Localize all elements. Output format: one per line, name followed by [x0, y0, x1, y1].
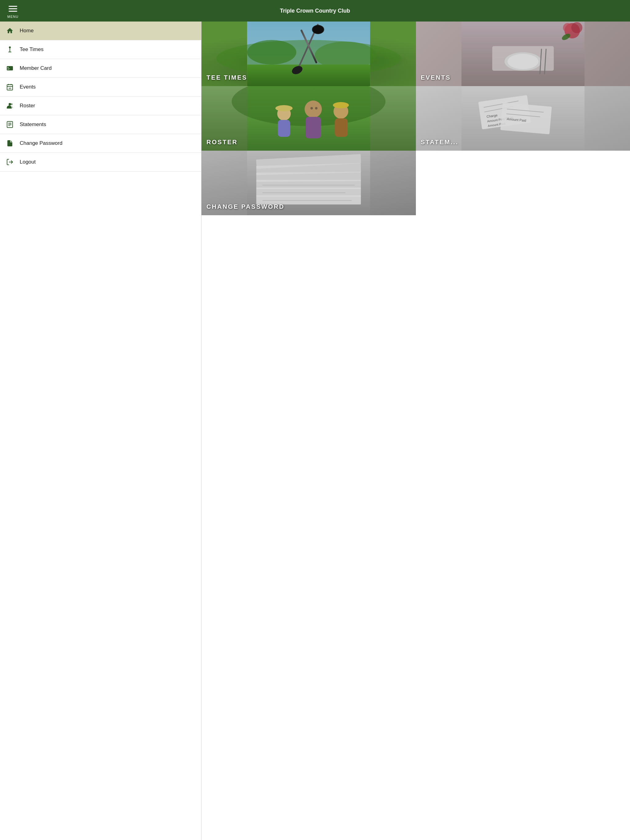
tile-tee-times[interactable]: TEE TIMES [201, 22, 416, 86]
tile-tee-times-label: TEE TIMES [206, 74, 247, 81]
tile-statements-label: STATEM... [421, 139, 459, 146]
home-icon [6, 27, 15, 35]
sidebar-label-statements: Statements [20, 122, 46, 128]
events-icon: 30 [6, 83, 15, 91]
roster-icon [6, 102, 15, 109]
svg-point-49 [311, 107, 313, 109]
svg-rect-4 [7, 67, 9, 68]
sidebar-label-tee-times: Tee Times [20, 46, 43, 52]
menu-label: MENU [7, 15, 19, 19]
change-password-icon [6, 140, 15, 147]
svg-rect-1 [9, 48, 10, 52]
svg-point-22 [247, 40, 296, 65]
svg-point-30 [508, 54, 538, 69]
sidebar-item-tee-times[interactable]: Tee Times [0, 40, 201, 59]
svg-point-34 [563, 23, 572, 32]
menu-button[interactable]: MENU [6, 3, 20, 19]
sidebar-item-change-password[interactable]: Change Password [0, 134, 201, 153]
sidebar-label-member-card: Member Card [20, 65, 52, 71]
member-card-icon [6, 65, 15, 72]
tiles-grid: TEE TIMES [201, 22, 630, 215]
tee-times-icon [6, 46, 15, 53]
sidebar-label-events: Events [20, 84, 36, 90]
statements-icon [6, 121, 15, 128]
svg-rect-42 [278, 120, 290, 137]
app-header: MENU Triple Crown Country Club [0, 0, 630, 22]
svg-rect-44 [306, 117, 321, 138]
svg-rect-47 [339, 102, 343, 107]
logout-icon [6, 158, 15, 166]
tile-change-password-label: CHANGE PASSWORD [206, 203, 285, 210]
tile-statements[interactable]: Charge Amount Paid $0.00 Amount Paid Amo… [416, 86, 630, 151]
svg-rect-24 [247, 65, 370, 86]
sidebar-item-member-card[interactable]: Member Card [0, 59, 201, 78]
app-title: Triple Crown Country Club [280, 8, 350, 14]
svg-rect-2 [8, 52, 11, 52]
svg-text:30: 30 [9, 87, 11, 90]
svg-rect-5 [7, 69, 10, 69]
tile-roster[interactable]: ROSTER [201, 86, 416, 151]
svg-rect-6 [7, 69, 9, 70]
sidebar-item-events[interactable]: 30 Events [0, 78, 201, 96]
main-layout: Home Tee Times Member Car [0, 22, 630, 840]
svg-rect-14 [7, 122, 13, 128]
tile-events-label: EVENTS [421, 74, 451, 81]
sidebar: Home Tee Times Member Car [0, 22, 201, 840]
sidebar-label-home: Home [20, 28, 33, 34]
sidebar-label-change-password: Change Password [20, 140, 62, 146]
content-area: TEE TIMES [201, 22, 630, 840]
svg-rect-48 [335, 118, 348, 137]
svg-point-35 [571, 22, 583, 33]
sidebar-label-logout: Logout [20, 159, 36, 165]
svg-rect-41 [282, 105, 287, 111]
svg-point-43 [305, 101, 322, 118]
hamburger-icon [6, 3, 20, 14]
tile-events[interactable]: EVENTS [416, 22, 630, 86]
svg-point-13 [11, 103, 13, 105]
svg-point-50 [315, 107, 318, 109]
sidebar-item-logout[interactable]: Logout [0, 153, 201, 172]
tile-roster-label: ROSTER [206, 139, 237, 146]
sidebar-item-roster[interactable]: Roster [0, 96, 201, 115]
tile-change-password[interactable]: CHANGE PASSWORD [201, 151, 416, 215]
sidebar-item-statements[interactable]: Statements [0, 115, 201, 134]
sidebar-label-roster: Roster [20, 103, 35, 109]
sidebar-item-home[interactable]: Home [0, 22, 201, 40]
svg-point-12 [9, 103, 11, 106]
